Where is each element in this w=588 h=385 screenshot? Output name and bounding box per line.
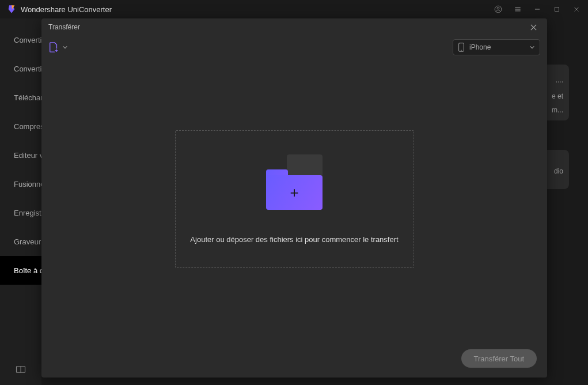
dialog-body: + Ajouter ou déposer des fichiers ici po… [41, 59, 547, 339]
sidebar-item-dvd-burner[interactable]: Graveur de DVD [0, 227, 41, 256]
sidebar-item-toolbox[interactable]: Boîte à outils [0, 256, 41, 285]
sidebar-item-downloader[interactable]: Téléchargeur [0, 83, 41, 112]
dialog-footer: Transférer Tout [41, 339, 547, 378]
app-logo-icon [7, 5, 16, 14]
sidebar-item-label: Enregistreur d'écran [14, 209, 41, 217]
chevron-down-icon [529, 44, 535, 50]
sidebar-item-label: Fusionner [14, 180, 41, 188]
close-window-icon[interactable] [570, 2, 583, 16]
sidebar-item-video-converter[interactable]: Convertisseur vidéo [0, 25, 41, 54]
svg-rect-6 [555, 7, 559, 12]
sidebar-item-screen-recorder[interactable]: Enregistreur d'écran [0, 198, 41, 227]
sidebar-item-label: Convertisseur vidéo [14, 36, 41, 44]
sidebar-item-label: Editeur vidéo [14, 151, 41, 160]
sidebar-item-label: Téléchargeur [14, 93, 41, 102]
maximize-icon[interactable] [550, 2, 564, 16]
add-file-icon [48, 41, 59, 53]
sidebar-item-video-editor[interactable]: Editeur vidéo [0, 141, 41, 169]
sidebar-item-label: Convertisseur audio [14, 65, 41, 73]
sidebar-item-merge[interactable]: Fusionner [0, 169, 41, 198]
dropzone-text: Ajouter ou déposer des fichiers ici pour… [190, 235, 398, 244]
minimize-icon[interactable] [530, 2, 544, 16]
device-select-label: iPhone [469, 43, 525, 51]
svg-point-1 [497, 7, 499, 9]
app-title: Wondershare UniConverter [21, 5, 491, 14]
close-icon[interactable] [526, 20, 540, 34]
svg-point-17 [461, 50, 461, 50]
dialog-header: Transférer [41, 18, 547, 36]
sidebar-item-label: Graveur de DVD [14, 237, 41, 246]
phone-icon [458, 43, 465, 52]
sidebar-item-audio-converter[interactable]: Convertisseur audio [0, 54, 41, 83]
sidebar-item-compressor[interactable]: Compresseur [0, 112, 41, 141]
dialog-title: Transférer [48, 23, 80, 31]
sidebar-item-label: Compresseur [14, 122, 41, 131]
account-icon[interactable] [491, 2, 505, 16]
title-bar: Wondershare UniConverter [0, 0, 588, 18]
transfer-all-button[interactable]: Transférer Tout [461, 349, 537, 368]
sidebar-item-label: Boîte à outils [14, 266, 41, 275]
dropzone[interactable]: + Ajouter ou déposer des fichiers ici po… [175, 130, 414, 268]
chevron-down-icon [62, 44, 68, 50]
dialog-toolbar: iPhone [41, 36, 547, 59]
tutorial-icon[interactable] [0, 365, 41, 373]
add-folder-icon: + [266, 154, 323, 210]
sidebar: Convertisseur vidéo Convertisseur audio … [0, 18, 41, 385]
device-select[interactable]: iPhone [453, 39, 540, 55]
add-files-menu[interactable] [48, 41, 68, 53]
menu-icon[interactable] [511, 2, 525, 16]
transfer-dialog: Transférer iPhone [41, 18, 547, 378]
